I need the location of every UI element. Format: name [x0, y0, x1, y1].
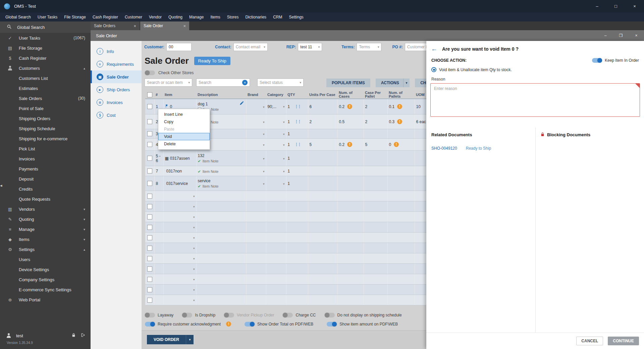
dropdown-arrow-icon[interactable]: ▾	[283, 133, 285, 136]
sidebar-item-estimates[interactable]: Estimates	[0, 83, 91, 93]
menu-item-stores[interactable]: Stores	[224, 15, 242, 19]
toggle-switch[interactable]	[145, 322, 155, 327]
dropdown-arrow-icon[interactable]: ▾	[193, 247, 195, 250]
contact-select[interactable]: Contact email▾	[233, 43, 268, 51]
sidebar-item-manage[interactable]: ≡Manage▾	[0, 224, 91, 234]
dropdown-arrow-icon[interactable]: ▾	[193, 299, 195, 302]
dropdown-arrow-icon[interactable]: ▾	[193, 257, 195, 260]
sidebar-item-users[interactable]: Users	[0, 254, 91, 264]
logout-icon[interactable]	[80, 333, 85, 338]
row-checkbox[interactable]	[147, 277, 152, 282]
nav-item-info[interactable]: iInfo	[91, 45, 142, 58]
sidebar-item-web-portal[interactable]: ⊕Web Portal	[0, 295, 91, 305]
context-menu-item-insert-line[interactable]: Insert Line	[158, 111, 210, 118]
toggle-switch[interactable]	[224, 313, 234, 317]
menu-item-file-storage[interactable]: File Storage	[61, 15, 89, 19]
nav-item-cost[interactable]: $Cost	[91, 109, 142, 121]
drag-handle-icon[interactable]: ⋮⋮	[294, 104, 301, 109]
sidebar-item-user-tasks[interactable]: ✓User Tasks(1067)	[0, 33, 91, 43]
dropdown-arrow-icon[interactable]: ▾	[263, 133, 265, 136]
sidebar-item-customers[interactable]: Customers▴	[0, 63, 91, 73]
toggle-switch[interactable]	[145, 313, 155, 317]
sidebar-item-e-commerce-sync-settings[interactable]: E-commerce Sync Settings	[0, 285, 91, 295]
row-checkbox[interactable]	[147, 131, 152, 136]
popular-items-button[interactable]: POPULAR ITEMS	[326, 79, 370, 87]
dropdown-arrow-icon[interactable]: ▾	[283, 170, 285, 173]
row-checkbox[interactable]	[147, 142, 152, 147]
menu-item-items[interactable]: Items	[207, 15, 223, 19]
nav-item-invoices[interactable]: ≣Invoices	[91, 96, 142, 109]
menu-item-manage[interactable]: Manage	[186, 15, 207, 19]
drag-handle-icon[interactable]: ⋮⋮	[294, 119, 301, 124]
dropdown-arrow-icon[interactable]: ▾	[193, 195, 195, 198]
chevron-down-icon[interactable]: ▾	[403, 79, 410, 87]
terms-select[interactable]: Terms▾	[357, 43, 381, 51]
dropdown-arrow-icon[interactable]: ▾	[283, 157, 285, 160]
dropdown-arrow-icon[interactable]: ▾	[193, 288, 195, 292]
void-order-button[interactable]: VOID ORDER	[147, 335, 186, 344]
close-tab-icon[interactable]: ×	[183, 23, 186, 29]
sidebar-item-vendors[interactable]: ▥Vendors▾	[0, 204, 91, 214]
close-icon[interactable]: ×	[625, 0, 644, 12]
drag-handle-icon[interactable]: ⋮⋮	[294, 142, 301, 147]
sidebar-item-company-settings[interactable]: Company Settings	[0, 275, 91, 285]
toggle-switch[interactable]	[245, 322, 255, 327]
row-checkbox[interactable]	[147, 156, 152, 161]
sidebar-item-payments[interactable]: Payments	[0, 164, 91, 174]
sidebar-item-shipping-schedule[interactable]: Shipping Schedule	[0, 123, 91, 134]
restore-icon[interactable]: ❐	[613, 30, 629, 41]
context-menu-item-delete[interactable]: Delete	[158, 140, 210, 148]
close-icon[interactable]: ×	[629, 30, 644, 41]
search-input[interactable]: Search×	[196, 79, 250, 87]
dropdown-arrow-icon[interactable]: ▾	[263, 157, 265, 160]
row-checkbox[interactable]	[147, 119, 152, 124]
document-link[interactable]: SHO-0049120	[431, 146, 457, 151]
sidebar-collapse-icon[interactable]: ◂	[0, 183, 2, 188]
nav-item-ship-orders[interactable]: ►Ship Orders	[91, 83, 142, 96]
close-tab-icon[interactable]: ×	[133, 23, 136, 29]
menu-item-quoting[interactable]: Quoting	[165, 15, 186, 19]
dropdown-arrow-icon[interactable]: ▾	[263, 170, 265, 173]
edit-pencil-icon[interactable]	[239, 101, 244, 106]
dropdown-arrow-icon[interactable]: ▾	[283, 143, 285, 147]
sidebar-item-pick-list[interactable]: Pick List	[0, 144, 91, 154]
row-checkbox[interactable]	[147, 287, 152, 292]
toggle-switch[interactable]	[283, 313, 293, 317]
sidebar-item-credits[interactable]: Credits	[0, 184, 91, 194]
row-checkbox[interactable]	[147, 204, 152, 209]
dropdown-arrow-icon[interactable]: ▾	[283, 182, 285, 186]
dropdown-arrow-icon[interactable]: ▾	[263, 143, 265, 147]
row-checkbox[interactable]	[147, 298, 152, 303]
customer-input[interactable]: 00	[166, 43, 192, 51]
row-checkbox[interactable]	[147, 168, 152, 173]
item-search-combo[interactable]: Search or scan item▾	[145, 79, 192, 87]
menu-item-settings[interactable]: Settings	[285, 15, 307, 19]
rep-select[interactable]: test 11▾	[298, 43, 322, 51]
minimize-icon[interactable]: –	[598, 30, 613, 41]
dropdown-arrow-icon[interactable]: ▾	[263, 120, 265, 124]
sidebar-item-invoices[interactable]: Invoices	[0, 154, 91, 164]
dropdown-arrow-icon[interactable]: ▾	[193, 236, 195, 240]
back-arrow-icon[interactable]: ←	[431, 46, 437, 52]
context-menu-item-void[interactable]: Void	[158, 133, 210, 140]
status-filter-select[interactable]: Select status▾	[257, 79, 304, 87]
cancel-button[interactable]: CANCEL	[576, 337, 603, 345]
dropdown-arrow-icon[interactable]: ▾	[283, 105, 285, 108]
lock-screen-icon[interactable]	[71, 333, 76, 338]
menu-item-global-search[interactable]: Global Search	[2, 15, 34, 19]
sidebar-item-shipping-orders[interactable]: Shipping Orders	[0, 113, 91, 123]
sidebar-item-device-settings[interactable]: Device Settings	[0, 264, 91, 275]
continue-button[interactable]: CONTINUE	[608, 337, 639, 345]
sidebar-item-deposit[interactable]: Deposit	[0, 174, 91, 184]
sidebar-item-quote-requests[interactable]: Quote Requests	[0, 194, 91, 204]
sidebar-item-quoting[interactable]: ✎Quoting▾	[0, 214, 91, 224]
check-other-stores-toggle[interactable]	[145, 70, 155, 75]
row-checkbox[interactable]	[147, 225, 152, 230]
dropdown-arrow-icon[interactable]: ▾	[193, 278, 195, 281]
minimize-icon[interactable]: –	[588, 0, 606, 12]
row-checkbox[interactable]	[147, 256, 152, 261]
maximize-icon[interactable]: □	[606, 0, 625, 12]
menu-item-user-tasks[interactable]: User Tasks	[34, 15, 61, 19]
row-checkbox[interactable]	[147, 194, 152, 199]
dropdown-arrow-icon[interactable]: ▾	[193, 226, 195, 229]
